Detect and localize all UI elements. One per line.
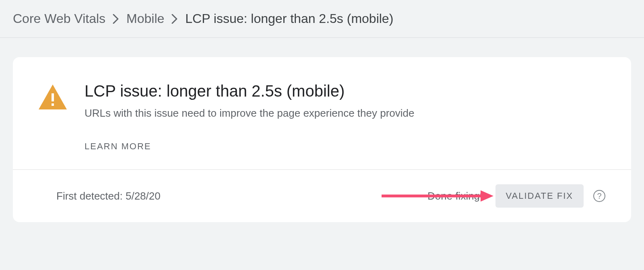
issue-title: LCP issue: longer than 2.5s (mobile) [85,81,605,101]
first-detected-label: First detected: [56,190,123,202]
first-detected-date: 5/28/20 [126,190,161,202]
page-header: Core Web Vitals Mobile LCP issue: longer… [0,0,644,38]
help-icon[interactable]: ? [593,190,605,202]
issue-subtitle: URLs with this issue need to improve the… [85,106,605,120]
learn-more-link[interactable]: LEARN MORE [85,141,151,152]
issue-footer: First detected: 5/28/20 Done fixing? VAL… [13,170,631,222]
issue-summary: LCP issue: longer than 2.5s (mobile) URL… [13,57,631,170]
validate-fix-button[interactable]: VALIDATE FIX [495,184,584,208]
issue-content: LCP issue: longer than 2.5s (mobile) URL… [85,81,605,152]
breadcrumb: Core Web Vitals Mobile LCP issue: longer… [13,11,631,26]
validate-actions: Done fixing? VALIDATE FIX ? [427,184,605,208]
chevron-right-icon [113,14,119,24]
issue-card: LCP issue: longer than 2.5s (mobile) URL… [13,57,631,222]
svg-rect-1 [52,103,54,106]
done-fixing-label: Done fixing? [427,190,486,202]
first-detected: First detected: 5/28/20 [56,190,161,202]
breadcrumb-item-platform[interactable]: Mobile [126,11,164,26]
svg-rect-0 [52,93,54,101]
warning-icon [39,85,67,111]
breadcrumb-item-root[interactable]: Core Web Vitals [13,11,105,26]
chevron-right-icon [171,14,178,24]
breadcrumb-item-current: LCP issue: longer than 2.5s (mobile) [185,11,393,26]
